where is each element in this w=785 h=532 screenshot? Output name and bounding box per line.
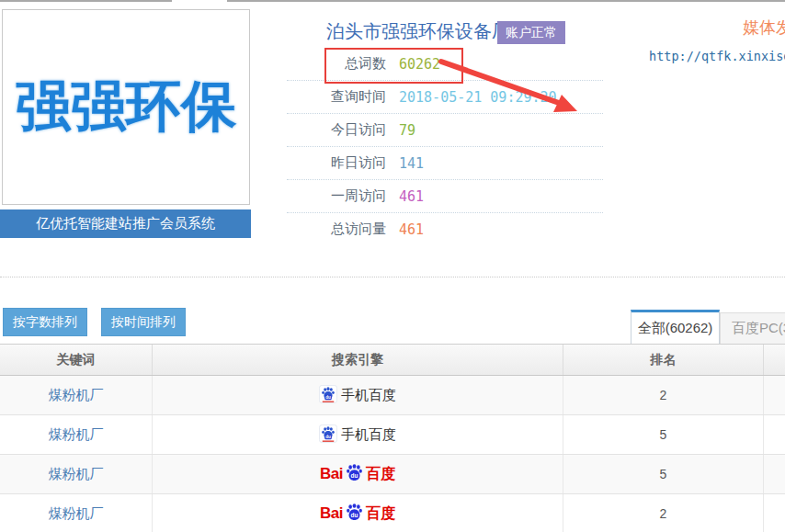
stat-row-4: 一周访问461 xyxy=(287,180,603,213)
stat-row-3: 昨日访问141 xyxy=(287,147,603,180)
stat-value: 461 xyxy=(399,188,424,205)
keyword-table: 关键词 搜索引擎 排名 煤粉机厂du手机百度2煤粉机厂du手机百度5煤粉机厂Ba… xyxy=(0,344,785,532)
system-caption-text: 亿优托智能建站推广会员系统 xyxy=(36,215,215,232)
table-row: 煤粉机厂du手机百度2 xyxy=(0,376,785,415)
keyword-link[interactable]: 煤粉机厂 xyxy=(49,426,104,444)
keyword-link[interactable]: 煤粉机厂 xyxy=(49,466,104,483)
engine-name: 百度 xyxy=(366,465,395,484)
stat-value: 461 xyxy=(399,221,424,238)
keyword-table-header: 关键词 搜索引擎 排名 xyxy=(0,345,785,376)
table-row: 煤粉机厂Baidu百度2 xyxy=(0,494,785,532)
tab-all-keywords[interactable]: 全部(60262) xyxy=(631,310,720,344)
system-caption-bar: 亿优托智能建站推广会员系统 xyxy=(0,209,251,238)
mobile-baidu-icon: du xyxy=(319,424,337,446)
rank-value: 2 xyxy=(660,506,667,521)
baidu-wordmark-text: Bai xyxy=(320,465,343,483)
media-section-title: 媒体发 xyxy=(743,17,785,40)
column-header-rank: 排名 xyxy=(563,345,764,375)
stat-label: 查询时间 xyxy=(287,88,386,106)
svg-text:du: du xyxy=(325,395,331,400)
table-row: 煤粉机厂du手机百度5 xyxy=(0,415,785,455)
column-header-keyword: 关键词 xyxy=(0,345,153,375)
rank-value: 2 xyxy=(660,388,667,402)
page-title: 泊头市强强环保设备厂 xyxy=(326,19,510,44)
annotation-arrow-icon xyxy=(432,53,588,119)
sort-by-wordcount-button[interactable]: 按字数排列 xyxy=(3,308,87,336)
svg-text:du: du xyxy=(350,472,358,479)
column-header-clipped xyxy=(764,345,785,375)
engine-name: 百度 xyxy=(366,504,395,524)
rank-value: 5 xyxy=(660,427,667,442)
engine-cell: du手机百度 xyxy=(319,424,396,446)
stat-value: 79 xyxy=(399,122,415,139)
stat-value: 141 xyxy=(399,155,424,172)
sort-by-time-button[interactable]: 按时间排列 xyxy=(101,308,186,336)
baidu-paw-icon: du xyxy=(345,463,364,485)
page: 强强环保 亿优托智能建站推广会员系统 泊头市强强环保设备厂 账户正常 总词数60… xyxy=(0,0,785,532)
column-header-search-engine: 搜索引擎 xyxy=(153,345,563,375)
mobile-baidu-icon: du xyxy=(319,385,337,406)
stat-row-5: 总访问量461 xyxy=(287,213,603,245)
tab-baidu-pc[interactable]: 百度PC(30 xyxy=(720,312,785,344)
top-divider-right xyxy=(227,0,785,2)
company-logo-text: 强强环保 xyxy=(16,70,236,144)
engine-cell: Baidu百度 xyxy=(320,463,395,485)
media-site-url[interactable]: http://qtfk.xinxisea. xyxy=(649,49,785,67)
table-row: 煤粉机厂Baidu百度5 xyxy=(0,455,785,494)
engine-name: 手机百度 xyxy=(341,426,396,444)
svg-text:du: du xyxy=(325,435,331,439)
baidu-paw-icon: du xyxy=(345,503,364,525)
rank-value: 5 xyxy=(660,467,667,481)
keyword-link[interactable]: 煤粉机厂 xyxy=(49,387,104,404)
engine-name: 手机百度 xyxy=(341,387,396,404)
badge-chevron-icon xyxy=(553,21,564,48)
stat-label: 今日访问 xyxy=(287,121,386,139)
stat-label: 总访问量 xyxy=(287,221,386,238)
stat-label: 昨日访问 xyxy=(287,154,386,172)
section-divider xyxy=(0,277,785,277)
engine-cell: Baidu百度 xyxy=(320,503,395,525)
baidu-wordmark-text: Bai xyxy=(320,504,343,523)
company-logo: 强强环保 xyxy=(2,9,250,205)
keyword-link[interactable]: 煤粉机厂 xyxy=(49,505,104,523)
engine-cell: du手机百度 xyxy=(319,385,396,406)
top-divider-left xyxy=(0,0,172,2)
svg-text:du: du xyxy=(350,512,358,518)
stat-label: 一周访问 xyxy=(287,187,386,205)
keyword-table-body: 煤粉机厂du手机百度2煤粉机厂du手机百度5煤粉机厂Baidu百度5煤粉机厂Ba… xyxy=(0,376,785,532)
